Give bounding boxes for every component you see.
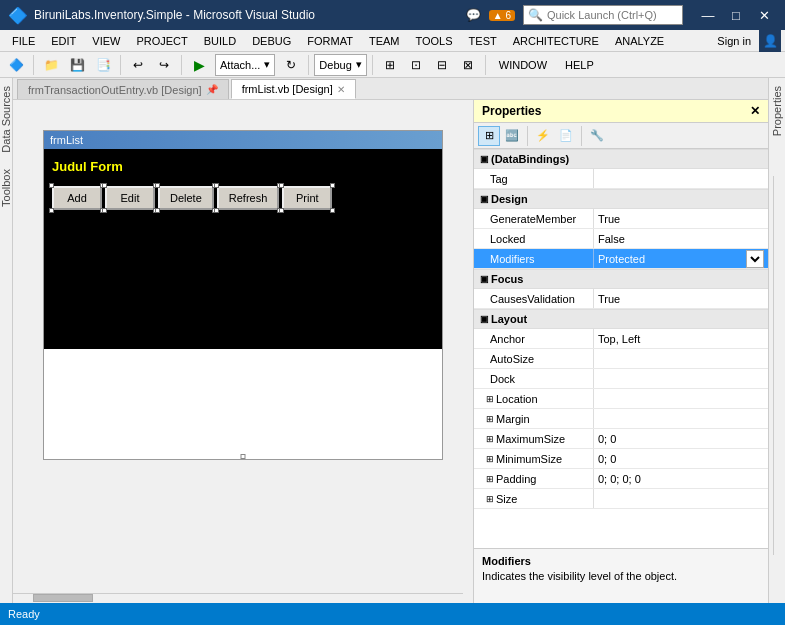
prop-row-minimumsize[interactable]: ⊞MinimumSize 0; 0 xyxy=(474,449,768,469)
sidebar-properties[interactable]: Properties xyxy=(769,78,785,144)
search-icon: 🔍 xyxy=(528,8,543,22)
prop-row-dock[interactable]: Dock xyxy=(474,369,768,389)
modifiers-input[interactable] xyxy=(598,253,744,265)
toolbar-refresh[interactable]: ↻ xyxy=(279,54,303,76)
btn-wrapper-add[interactable]: Add xyxy=(52,186,102,210)
prop-cat-btn[interactable]: ⊞ xyxy=(478,126,500,146)
tab-pin-transaction[interactable]: 📌 xyxy=(206,84,218,95)
prop-value-dock[interactable] xyxy=(594,369,768,388)
prop-row-tag[interactable]: Tag xyxy=(474,169,768,189)
prop-section-layout[interactable]: ▣ Layout xyxy=(474,309,768,329)
menu-tools[interactable]: TOOLS xyxy=(407,30,460,52)
toolbar-new[interactable]: 🔷 xyxy=(4,54,28,76)
menu-edit[interactable]: EDIT xyxy=(43,30,84,52)
prop-row-generatemember[interactable]: GenerateMember True xyxy=(474,209,768,229)
prop-name-margin: ⊞Margin xyxy=(474,409,594,428)
prop-section-design[interactable]: ▣ Design xyxy=(474,189,768,209)
form-btn-add[interactable]: Add xyxy=(52,186,102,210)
prop-row-maximumsize[interactable]: ⊞MaximumSize 0; 0 xyxy=(474,429,768,449)
prop-section-focus[interactable]: ▣ Focus xyxy=(474,269,768,289)
profile-icon[interactable]: 👤 xyxy=(759,30,781,52)
tab-close-frmlist[interactable]: ✕ xyxy=(337,84,345,95)
prop-value-generatemember[interactable]: True xyxy=(594,209,768,228)
menu-debug[interactable]: DEBUG xyxy=(244,30,299,52)
prop-value-modifiers[interactable]: Protected Public Private Friend xyxy=(594,249,768,268)
sidebar-datasources[interactable]: Data Sources xyxy=(0,78,13,161)
designer-area[interactable]: frmList Judul Form Add xyxy=(13,100,473,603)
prop-value-locked[interactable]: False xyxy=(594,229,768,248)
btn-wrapper-delete[interactable]: Delete xyxy=(158,186,214,210)
menu-architecture[interactable]: ARCHITECTURE xyxy=(505,30,607,52)
menu-view[interactable]: VIEW xyxy=(84,30,128,52)
btn-wrapper-refresh[interactable]: Refresh xyxy=(217,186,280,210)
prop-value-margin[interactable] xyxy=(594,409,768,428)
minimize-btn[interactable]: — xyxy=(695,5,721,25)
close-btn[interactable]: ✕ xyxy=(751,5,777,25)
prop-close-btn[interactable]: ✕ xyxy=(750,104,760,118)
form-btn-refresh[interactable]: Refresh xyxy=(217,186,280,210)
badge-notifications[interactable]: ▲ 6 xyxy=(489,10,515,21)
prop-value-location[interactable] xyxy=(594,389,768,408)
sign-in-btn[interactable]: Sign in xyxy=(709,30,759,52)
attach-dropdown[interactable]: Attach...▾ xyxy=(215,54,275,76)
toolbar-saveall[interactable]: 📑 xyxy=(91,54,115,76)
btn-wrapper-edit[interactable]: Edit xyxy=(105,186,155,210)
form-btn-delete[interactable]: Delete xyxy=(158,186,214,210)
tab-frmlist[interactable]: frmList.vb [Design] ✕ xyxy=(231,79,356,99)
toolbar-save[interactable]: 💾 xyxy=(65,54,89,76)
modifiers-dropdown[interactable]: Protected Public Private Friend xyxy=(746,250,764,268)
quick-launch-container[interactable]: 🔍 xyxy=(523,5,683,25)
prop-scrollbar[interactable] xyxy=(773,176,785,555)
tab-frm-transaction[interactable]: frmTransactionOutEntry.vb [Design] 📌 xyxy=(17,79,229,99)
prop-value-minimumsize[interactable]: 0; 0 xyxy=(594,449,768,468)
prop-event-btn[interactable]: ⚡ xyxy=(532,126,554,146)
toolbar-redo[interactable]: ↪ xyxy=(152,54,176,76)
menu-build[interactable]: BUILD xyxy=(196,30,244,52)
prop-row-causesvalidation[interactable]: CausesValidation True xyxy=(474,289,768,309)
toolbar-layout2[interactable]: ⊡ xyxy=(404,54,428,76)
prop-row-location[interactable]: ⊞Location xyxy=(474,389,768,409)
prop-row-modifiers[interactable]: Modifiers Protected Public Private Frien… xyxy=(474,249,768,269)
prop-row-padding[interactable]: ⊞Padding 0; 0; 0; 0 xyxy=(474,469,768,489)
designer-scrollbar-h[interactable] xyxy=(13,593,463,603)
toolbar-layout1[interactable]: ⊞ xyxy=(378,54,402,76)
btn-wrapper-print[interactable]: Print xyxy=(282,186,332,210)
prop-section-databindings[interactable]: ▣ (DataBindings) xyxy=(474,149,768,169)
prop-extra-btn[interactable]: 🔧 xyxy=(586,126,608,146)
toolbar-layout4[interactable]: ⊠ xyxy=(456,54,480,76)
vs-icon: 🔷 xyxy=(8,6,28,25)
prop-row-autosize[interactable]: AutoSize xyxy=(474,349,768,369)
menu-analyze[interactable]: ANALYZE xyxy=(607,30,672,52)
maximize-btn[interactable]: □ xyxy=(723,5,749,25)
menu-test[interactable]: TEST xyxy=(461,30,505,52)
prop-page-btn[interactable]: 📄 xyxy=(555,126,577,146)
menu-project[interactable]: PROJECT xyxy=(128,30,195,52)
prop-row-margin[interactable]: ⊞Margin xyxy=(474,409,768,429)
window-controls[interactable]: — □ ✕ xyxy=(695,5,777,25)
toolbar-menu-window[interactable]: WINDOW xyxy=(491,52,555,78)
toolbar-undo[interactable]: ↩ xyxy=(126,54,150,76)
toolbar-layout3[interactable]: ⊟ xyxy=(430,54,454,76)
prop-value-tag[interactable] xyxy=(594,169,768,188)
toolbar-menu-help[interactable]: HELP xyxy=(557,52,602,78)
prop-value-size[interactable] xyxy=(594,489,768,508)
menu-format[interactable]: FORMAT xyxy=(299,30,361,52)
prop-value-autosize[interactable] xyxy=(594,349,768,368)
prop-row-anchor[interactable]: Anchor Top, Left xyxy=(474,329,768,349)
menu-file[interactable]: FILE xyxy=(4,30,43,52)
prop-alpha-btn[interactable]: 🔤 xyxy=(501,126,523,146)
prop-value-maximumsize[interactable]: 0; 0 xyxy=(594,429,768,448)
toolbar-start[interactable]: ▶ xyxy=(187,54,211,76)
menu-team[interactable]: TEAM xyxy=(361,30,408,52)
debug-dropdown[interactable]: Debug▾ xyxy=(314,54,366,76)
prop-row-locked[interactable]: Locked False xyxy=(474,229,768,249)
form-btn-edit[interactable]: Edit xyxy=(105,186,155,210)
prop-value-anchor[interactable]: Top, Left xyxy=(594,329,768,348)
prop-value-causesvalidation[interactable]: True xyxy=(594,289,768,308)
quick-launch-input[interactable] xyxy=(547,9,677,21)
form-btn-print[interactable]: Print xyxy=(282,186,332,210)
toolbar-open[interactable]: 📁 xyxy=(39,54,63,76)
prop-value-padding[interactable]: 0; 0; 0; 0 xyxy=(594,469,768,488)
sidebar-toolbox[interactable]: Toolbox xyxy=(0,161,13,215)
prop-row-size[interactable]: ⊞Size xyxy=(474,489,768,509)
